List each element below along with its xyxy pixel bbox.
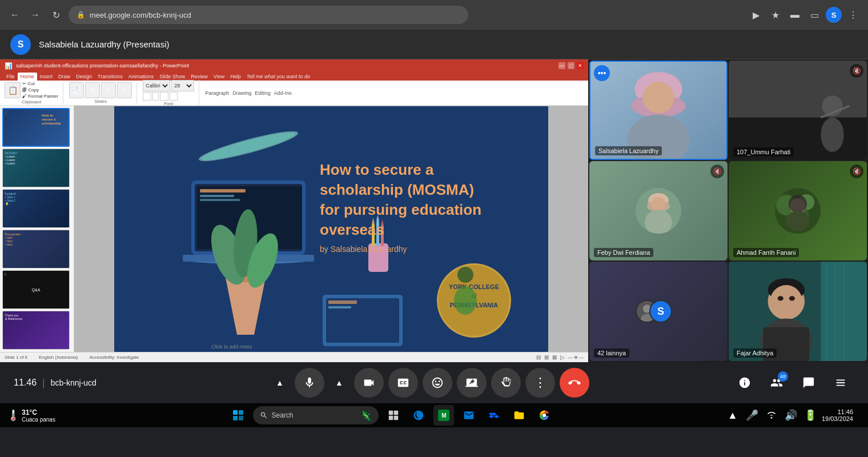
bookmark-button[interactable]: ★ [767,7,783,23]
normal-view-button[interactable]: ⊟ [536,354,541,360]
svg-point-63 [789,195,807,213]
weather-condition: Cuaca panas [22,416,55,423]
camera-button[interactable] [354,368,384,398]
slideshow-view-button[interactable]: ▷ [560,354,565,360]
mute-button[interactable] [295,368,324,398]
volume-icon[interactable]: 🔊 [783,407,799,423]
taskbar-clock[interactable]: 11:46 19/03/2024 [822,408,853,422]
profile-button[interactable]: S [826,7,842,23]
bold-button[interactable]: B [143,92,151,101]
reset-slide-button[interactable]: ↺ [101,82,116,98]
emoji-icon [431,376,444,389]
explorer-icon [513,410,525,421]
weather-widget[interactable]: 🌡️ 31°C Cuaca panas [7,408,58,423]
copy-button[interactable]: 🗐 Copy [22,87,58,93]
show-desktop-button[interactable] [857,405,861,426]
tab-tellme[interactable]: Tell me what you want to do [244,73,313,81]
end-call-button[interactable] [560,368,589,398]
slide-thumb-1[interactable]: 1 How tosecure ascholarship [2,108,70,147]
cut-button[interactable]: ✂ Cut [22,81,58,86]
activities-button[interactable] [827,369,854,396]
weather-text: 31°C Cuaca panas [22,408,55,423]
salsabiela-options-btn[interactable]: ••• [594,65,610,81]
present-button[interactable] [457,368,487,398]
paste-button[interactable]: 📋 [5,82,21,98]
slide-thumb-2[interactable]: 2 MOSMA?• Lorem• Lorem• Lorem [2,149,70,187]
mute-options-btn[interactable]: ▲ [270,372,290,393]
tab-transitions[interactable]: Transitions [95,73,126,81]
explorer-button[interactable] [509,405,529,426]
address-bar[interactable]: 🔒 meet.google.com/bcb-knnj-ucd [69,6,468,24]
battery-icon[interactable]: 🔋 [802,407,818,423]
chevron-up-tray[interactable]: ▲ [725,407,741,423]
tab-insert[interactable]: Insert [37,73,56,81]
svg-text:YORK COLLEGE: YORK COLLEGE [449,283,499,290]
chrome-button[interactable] [534,405,554,426]
tab-home[interactable]: Home [18,73,37,81]
tab-design[interactable]: Design [73,73,95,81]
reload-button[interactable]: ↻ [48,7,64,23]
split-view-button[interactable]: ▭ [806,7,822,23]
reading-view-button[interactable]: ⊠ [552,354,557,360]
edge-button[interactable] [408,405,429,426]
mic-icon [303,376,316,389]
taskbar: 🌡️ 31°C Cuaca panas Search 🦎 [0,403,868,427]
svg-point-38 [454,286,477,315]
forward-button[interactable]: → [27,7,43,23]
captions-button[interactable] [388,368,418,398]
ppt-statusbar: Slide 1 of 6 English (Indonesia) Accessi… [0,352,588,362]
ummu-name-label: 107_Ummu Farhati [733,147,794,157]
slide-thumb-5[interactable]: 5 Q&A [2,270,70,309]
search-bar[interactable]: Search 🦎 [253,406,379,424]
taskbar-time-display: 11:46 [837,408,853,415]
controls-bar: 11.46 | bcb-knnj-ucd ▲ ▲ [0,362,868,403]
slide-thumb-4[interactable]: 4 Persyaratan• Item• Item• Item [2,230,70,268]
network-icon[interactable] [763,407,779,423]
ummu-video [729,61,867,160]
tab-view[interactable]: View [211,73,227,81]
slide-thumb-3[interactable]: 3 Langkah• Step 1• Step 2💡 [2,189,70,228]
extensions-button[interactable]: ▬ [787,7,803,23]
people-button[interactable]: 48 [763,369,790,396]
share-screen-icon [465,376,478,389]
slide-count-status: Slide 1 of 6 [5,355,27,360]
underline-button[interactable]: U [160,92,168,101]
security-icon: 🔒 [77,11,85,19]
microphone-tray-icon[interactable]: 🎤 [744,407,760,423]
maximize-icon[interactable]: □ [568,62,574,69]
strikethrough-button[interactable]: S̶ [170,92,178,101]
slide-thumb-6[interactable]: 6 Thank you& References [2,311,70,350]
tab-draw[interactable]: Draw [55,73,73,81]
raise-hand-button[interactable] [491,368,521,398]
info-button[interactable] [731,369,758,396]
section-button[interactable]: § [117,82,132,98]
slide-sorter-button[interactable]: ⊞ [544,354,549,360]
people-badge: 48 [778,371,788,382]
cast-button[interactable]: ▶ [748,7,764,23]
slide-layout-button[interactable]: ⊞ [85,82,100,98]
meet-taskbar-button[interactable]: M [433,405,454,426]
meeting-time: 11.46 [14,378,37,388]
new-slide-button[interactable]: 📄+ [69,82,84,98]
tab-help[interactable]: Help [227,73,244,81]
svg-rect-26 [328,306,351,308]
more-options-button[interactable]: ⋮ [525,368,555,398]
back-button[interactable]: ← [7,7,23,23]
start-button[interactable] [228,405,248,426]
font-size-select[interactable]: 28 [171,80,194,91]
minimize-icon[interactable]: — [558,62,565,69]
camera-options-btn[interactable]: ▲ [329,372,349,393]
menu-button[interactable]: ⋮ [845,7,861,23]
format-painter-button[interactable]: 🖌 Format Painter [22,94,58,99]
emoji-button[interactable] [423,368,452,398]
mail-button[interactable] [459,405,479,426]
dropbox-button[interactable] [484,405,504,426]
tab-file[interactable]: File [3,73,18,81]
font-family-select[interactable]: Calibri [143,80,170,91]
italic-button[interactable]: I [152,92,159,101]
task-view-button[interactable] [383,405,404,426]
svg-rect-25 [328,300,357,304]
close-icon[interactable]: ✕ [577,62,584,69]
chat-button[interactable] [795,369,822,396]
add-notes-hint[interactable]: Click to add notes [211,344,252,350]
